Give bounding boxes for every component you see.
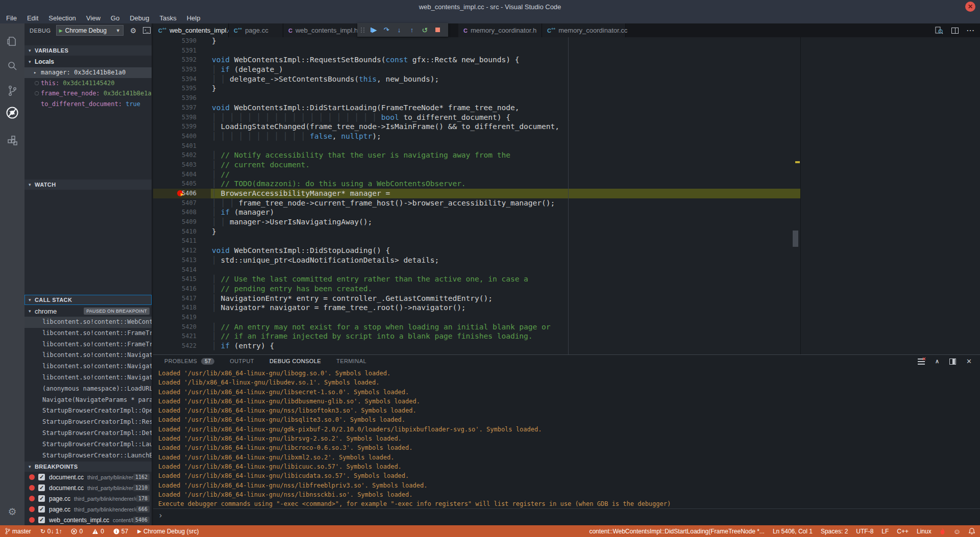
code-line-5420[interactable]: 5420│ // An entry may not exist for a st… <box>153 322 800 332</box>
line-number[interactable]: 5415 <box>153 274 197 284</box>
code-line-5412[interactable]: 5412void WebContentsImpl::DidStopLoading… <box>153 246 800 255</box>
git-sync-item[interactable]: ↻ 0↓ 1↑ <box>40 528 62 535</box>
console-prompt[interactable]: › <box>158 511 163 520</box>
extensions-icon[interactable] <box>0 132 24 149</box>
breakpoint-checkbox[interactable]: ✓ <box>38 506 45 513</box>
code-line-5397[interactable]: 5397void WebContentsImpl::DidStartLoadin… <box>153 103 800 113</box>
start-debug-icon[interactable]: ▶ <box>59 28 63 33</box>
clear-console-icon[interactable]: ✕ <box>918 359 925 365</box>
close-panel-icon[interactable]: ✕ <box>966 357 972 365</box>
line-number[interactable]: 5398 <box>153 113 197 122</box>
line-number[interactable]: 5409 <box>153 217 197 227</box>
line-number[interactable]: 5411 <box>153 236 197 246</box>
drag-grip-icon[interactable] <box>361 28 365 33</box>
info-item[interactable]: 57 <box>113 528 128 535</box>
breakpoint-checkbox[interactable]: ✓ <box>38 517 45 523</box>
settings-gear-icon[interactable]: ⚙ <box>0 503 24 520</box>
code-line-5405[interactable]: 5405│ // TODO(dmazzoni): do this using a… <box>153 179 800 189</box>
stack-frame[interactable]: libcontent.so!content::NavigatorImpl:: <box>24 350 152 361</box>
breakpoint-row[interactable]: ✓document.ccthird_party/blink/rend...121… <box>24 482 152 493</box>
breakpoint-row[interactable]: ✓web_contents_impl.cccontent/bro...5406 <box>24 515 152 525</box>
line-number[interactable]: 5421 <box>153 331 197 341</box>
debug-console-output[interactable]: Loaded '/usr/lib/x86_64-linux-gnu/libogg… <box>158 369 975 508</box>
code-line-5408[interactable]: 5408│ if (manager) <box>153 208 800 217</box>
indentation[interactable]: Spaces: 2 <box>821 528 848 535</box>
line-number[interactable]: 5420 <box>153 322 197 332</box>
code-line-5402[interactable]: 5402│ // Notify accessibility that the u… <box>153 150 800 160</box>
menu-go[interactable]: Go <box>106 13 125 23</box>
open-preview-icon[interactable] <box>935 27 943 34</box>
expand-icon[interactable]: ▸ <box>34 70 41 75</box>
code-line-5410[interactable]: 5410} <box>153 227 800 237</box>
code-line-5403[interactable]: 5403│ // current document. <box>153 160 800 170</box>
line-number[interactable]: 5396 <box>153 93 197 103</box>
line-number[interactable]: 5401 <box>153 141 197 151</box>
stack-frame[interactable]: libcontent.so!content::NavigationControl <box>24 372 152 383</box>
continue-button[interactable]: ▶ <box>370 26 378 34</box>
line-number[interactable]: 5400 <box>153 132 197 141</box>
code-line-5401[interactable]: 5401 <box>153 141 800 151</box>
breakpoint-checkbox[interactable]: ✓ <box>38 474 45 480</box>
split-editor-icon[interactable] <box>951 28 959 34</box>
step-into-button[interactable]: ↓ <box>395 26 403 34</box>
callstack-section-header[interactable]: ▾ CALL STACK <box>24 295 152 305</box>
cursor-position[interactable]: Ln 5406, Col 1 <box>773 528 813 535</box>
line-number[interactable]: 5406 <box>153 189 197 198</box>
breakpoint-row[interactable]: ✓page.ccthird_party/blink/renderer/co...… <box>24 504 152 515</box>
variables-scope-row[interactable]: ▾ Locals <box>24 57 152 67</box>
line-number[interactable]: 5407 <box>153 198 197 208</box>
tab-memory_coordinator.cc[interactable]: C++memory_coordinator.cc <box>542 23 626 37</box>
line-number[interactable]: 5393 <box>153 65 197 74</box>
stack-frame[interactable]: StartupBrowserCreatorImpl::RestoreOrCre <box>24 417 152 428</box>
code-line-5392[interactable]: 5392void WebContentsImpl::RequestSetBoun… <box>153 55 800 65</box>
breakpoint-checkbox[interactable]: ✓ <box>38 484 45 491</box>
code-line-5421[interactable]: 5421│ // if an iframe injected by script… <box>153 331 800 341</box>
variable-row-to_different_document[interactable]: to_different_document: true <box>24 99 152 110</box>
code-line-5415[interactable]: 5415│ // Use the last committed entry ra… <box>153 274 800 284</box>
source-control-icon[interactable] <box>0 82 24 99</box>
code-line-5390[interactable]: 5390} <box>153 37 800 46</box>
stack-frame[interactable]: libcontent.so!content::NavigationControl <box>24 361 152 372</box>
line-number[interactable]: 5414 <box>153 265 197 275</box>
menu-file[interactable]: File <box>1 13 22 23</box>
variable-row-frame_tree_node[interactable]: frame_tree_node: 0x3dc141b8e1a0 <box>24 88 152 99</box>
lazy-object-icon[interactable] <box>35 81 39 85</box>
git-branch-item[interactable]: master <box>5 528 31 535</box>
line-number[interactable]: 5392 <box>153 55 197 65</box>
remote-os[interactable]: Linux <box>917 528 932 535</box>
tab-memory_coordinator.h[interactable]: Cmemory_coordinator.h <box>458 23 542 37</box>
code-line-5409[interactable]: 5409│ │ manager->UserIsNavigatingAway(); <box>153 217 800 227</box>
encoding[interactable]: UTF-8 <box>856 528 873 535</box>
line-number[interactable]: 5395 <box>153 84 197 93</box>
warnings-item[interactable]: 0 <box>92 528 104 535</box>
code-line-5404[interactable]: 5404│ // <box>153 170 800 180</box>
line-number[interactable]: 5397 <box>153 103 197 113</box>
code-line-5391[interactable]: 5391 <box>153 46 800 56</box>
launch-config-dropdown[interactable]: ▶ Chrome Debug ▼ <box>56 25 124 36</box>
breakpoint-row[interactable]: ✓page.ccthird_party/blink/renderer/co...… <box>24 493 152 504</box>
more-actions-icon[interactable]: ··· <box>967 27 975 34</box>
menu-debug[interactable]: Debug <box>125 13 154 23</box>
stack-frame[interactable]: StartupBrowserCreatorImpl::Launch(Start <box>24 439 152 450</box>
explorer-icon[interactable] <box>0 33 24 50</box>
language-mode[interactable]: C++ <box>897 528 909 535</box>
menu-selection[interactable]: Selection <box>43 13 81 23</box>
code-line-5406[interactable]: ▶5406│ BrowserAccessibilityManager* mana… <box>153 189 800 198</box>
move-panel-icon[interactable] <box>949 359 956 365</box>
stack-frame[interactable]: libcontent.so!content::FrameTreeNode:: <box>24 328 152 339</box>
errors-item[interactable]: 0 <box>71 528 83 535</box>
code-line-5418[interactable]: 5418│ Navigator* navigator = frame_tree_… <box>153 303 800 313</box>
breakpoints-section-header[interactable]: ▾ BREAKPOINTS <box>24 462 152 472</box>
search-icon[interactable] <box>0 57 24 74</box>
code-line-5411[interactable]: 5411 <box>153 236 800 246</box>
stop-button[interactable] <box>433 28 442 32</box>
menu-edit[interactable]: Edit <box>22 13 43 23</box>
panel-tab-debug-console[interactable]: DEBUG CONSOLE <box>270 358 321 364</box>
code-line-5394[interactable]: 5394│ │ delegate_->SetContentsBounds(thi… <box>153 74 800 84</box>
breakpoint-row[interactable]: ✓document.ccthird_party/blink/rend...116… <box>24 472 152 482</box>
stack-frame[interactable]: libcontent.so!content::FrameTreeNode:: <box>24 339 152 350</box>
breakpoint-checkbox[interactable]: ✓ <box>38 495 45 502</box>
panel-tab-problems[interactable]: PROBLEMS57 <box>164 358 214 365</box>
line-number[interactable]: 5408 <box>153 208 197 217</box>
line-number[interactable]: 5394 <box>153 74 197 84</box>
